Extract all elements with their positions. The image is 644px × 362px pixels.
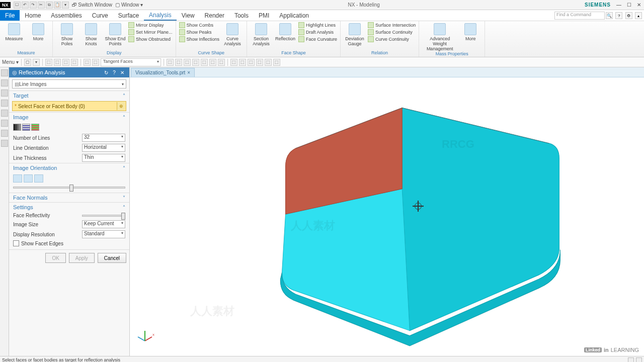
orientation-slider[interactable] <box>13 187 125 189</box>
tb-icon[interactable]: ⬚ <box>265 59 272 66</box>
tb-icon[interactable]: ⬚ <box>71 59 78 66</box>
tb-icon[interactable]: ⬚ <box>209 59 216 66</box>
selection-filter-dropdown[interactable]: Tangent Faces <box>101 58 161 66</box>
panel-help-icon[interactable]: ? <box>110 70 118 75</box>
section-image-orientation[interactable]: Image Orientation˄ <box>9 163 129 172</box>
tb-icon[interactable]: ⬚ <box>273 59 280 66</box>
show-knots-button[interactable]: Show Knots <box>80 22 102 46</box>
qat-more-icon[interactable]: ▾ <box>62 2 69 9</box>
image-mode-2[interactable] <box>22 124 30 131</box>
status-icon[interactable] <box>628 357 634 363</box>
tb-icon[interactable]: ⬚ <box>230 59 237 66</box>
curve-continuity-button[interactable]: Curve Continuity <box>368 36 416 42</box>
tab-close-icon[interactable]: × <box>187 70 190 75</box>
rail-icon[interactable] <box>1 130 8 137</box>
draft-analysis-button[interactable]: Draft Analysis <box>298 29 337 35</box>
tb-icon[interactable]: ⬚ <box>256 59 263 66</box>
type-dropdown[interactable]: ▤ Line Images <box>12 79 126 88</box>
orient-option-2[interactable] <box>24 174 33 183</box>
options-icon[interactable]: ⚙ <box>625 12 632 19</box>
face-curvature-button[interactable]: Face Curvature <box>298 36 337 42</box>
qat-save-icon[interactable]: ☐ <box>14 2 21 9</box>
search-input[interactable]: Find a Command <box>554 12 605 20</box>
qat-cut-icon[interactable]: ✂ <box>38 2 45 9</box>
show-inflections-button[interactable]: Show Inflections <box>179 36 220 42</box>
tab-render[interactable]: Render <box>200 10 229 21</box>
deviation-gauge-button[interactable]: Deviation Gauge <box>344 22 366 46</box>
tb-icon[interactable]: ⬚ <box>54 59 61 66</box>
section-analysis-button[interactable]: Section Analysis <box>250 22 272 46</box>
rail-icon[interactable] <box>1 89 8 97</box>
restore-button[interactable]: ☐ <box>624 1 634 10</box>
reflection-button[interactable]: Reflection <box>274 22 296 41</box>
qat-redo-icon[interactable]: ↷ <box>30 2 37 9</box>
search-icon[interactable]: 🔍 <box>606 12 613 19</box>
curve-analysis-button[interactable]: Curve Analysis <box>221 22 244 46</box>
switch-window-button[interactable]: 🗗 Switch Window <box>72 2 113 8</box>
set-mirror-plane-button[interactable]: Set Mirror Plane... <box>128 29 173 35</box>
show-obstructed-button[interactable]: Show Obstructed <box>128 36 173 42</box>
ok-button[interactable]: OK <box>45 253 65 263</box>
tb-icon[interactable]: ⬚ <box>84 59 91 66</box>
window-menu-button[interactable]: ▢ Window ▾ <box>115 2 143 8</box>
rail-icon[interactable] <box>1 100 8 107</box>
tb-icon[interactable]: ⬚ <box>62 59 69 66</box>
cancel-button[interactable]: Cancel <box>98 253 126 263</box>
tab-home[interactable]: Home <box>20 10 46 21</box>
orient-option-3[interactable] <box>34 174 43 183</box>
rail-icon[interactable] <box>1 110 8 117</box>
tb-icon[interactable]: ▾ <box>33 59 40 66</box>
surface-intersection-button[interactable]: Surface Intersection <box>368 22 416 28</box>
panel-reset-icon[interactable]: ↻ <box>102 70 110 75</box>
section-image[interactable]: Image˄ <box>9 112 129 122</box>
tab-surface[interactable]: Surface <box>113 10 144 21</box>
tb-icon[interactable]: ⬚ <box>192 59 199 66</box>
tab-pmi[interactable]: PMI <box>254 10 274 21</box>
adv-weight-mgmt-button[interactable]: Advanced Weight Management <box>422 22 457 51</box>
qat-paste-icon[interactable]: 📋 <box>54 2 61 9</box>
close-button[interactable]: ✕ <box>634 1 644 10</box>
line-thickness-dropdown[interactable]: Thin <box>82 154 125 162</box>
line-orientation-dropdown[interactable]: Horizontal <box>82 144 125 152</box>
image-size-dropdown[interactable]: Keep Current <box>82 220 125 228</box>
apply-button[interactable]: Apply <box>69 253 95 263</box>
tab-curve[interactable]: Curve <box>87 10 113 21</box>
mirror-display-button[interactable]: Mirror Display <box>128 22 173 28</box>
panel-close-icon[interactable]: ✕ <box>118 70 126 75</box>
tab-assemblies[interactable]: Assemblies <box>46 10 87 21</box>
minimize-ribbon-icon[interactable]: ▴ <box>635 12 642 19</box>
show-peaks-button[interactable]: Show Peaks <box>179 29 220 35</box>
qat-copy-icon[interactable]: ⧉ <box>46 2 53 9</box>
orient-option-1[interactable] <box>13 174 22 183</box>
status-icon[interactable] <box>636 357 642 363</box>
minimize-button[interactable]: — <box>614 1 624 10</box>
tb-icon[interactable]: ⬚ <box>218 59 225 66</box>
tb-icon[interactable]: ⬚ <box>201 59 208 66</box>
tab-application[interactable]: Application <box>274 10 314 21</box>
show-poles-button[interactable]: Show Poles <box>56 22 78 46</box>
rail-icon[interactable] <box>1 69 8 76</box>
tb-icon[interactable]: ⬚ <box>92 59 99 66</box>
view-triad-icon[interactable]: X <box>135 326 155 346</box>
section-target[interactable]: Target˄ <box>9 90 129 100</box>
tb-icon[interactable]: ⬚ <box>248 59 255 66</box>
image-mode-1[interactable] <box>13 124 21 131</box>
highlight-lines-button[interactable]: Highlight Lines <box>298 22 337 28</box>
tab-tools[interactable]: Tools <box>229 10 254 21</box>
rail-icon[interactable] <box>1 120 8 127</box>
display-resolution-dropdown[interactable]: Standard <box>82 230 125 238</box>
select-face-field[interactable]: *Select Face or Facet Body (0) ⊕ <box>12 101 126 111</box>
surface-continuity-button[interactable]: Surface Continuity <box>368 29 416 35</box>
document-tab[interactable]: Visualization_Tools.prt × <box>131 68 195 77</box>
menu-button[interactable]: Menu ▾ <box>2 59 19 65</box>
pick-icon[interactable]: ⊕ <box>117 102 125 110</box>
qat-undo-icon[interactable]: ↶ <box>22 2 29 9</box>
show-combs-button[interactable]: Show Combs <box>179 22 220 28</box>
num-lines-dropdown[interactable]: 32 <box>82 134 125 142</box>
tab-analysis[interactable]: Analysis <box>144 10 177 21</box>
tab-file[interactable]: File <box>0 10 20 21</box>
graphics-viewport[interactable]: X 人人素材 RRCG 人人素材 Linkedin LEARNING <box>130 77 644 356</box>
mass-more-button[interactable]: More <box>459 22 481 41</box>
tb-icon[interactable]: ⬚ <box>239 59 246 66</box>
reflectivity-slider[interactable] <box>82 215 125 217</box>
